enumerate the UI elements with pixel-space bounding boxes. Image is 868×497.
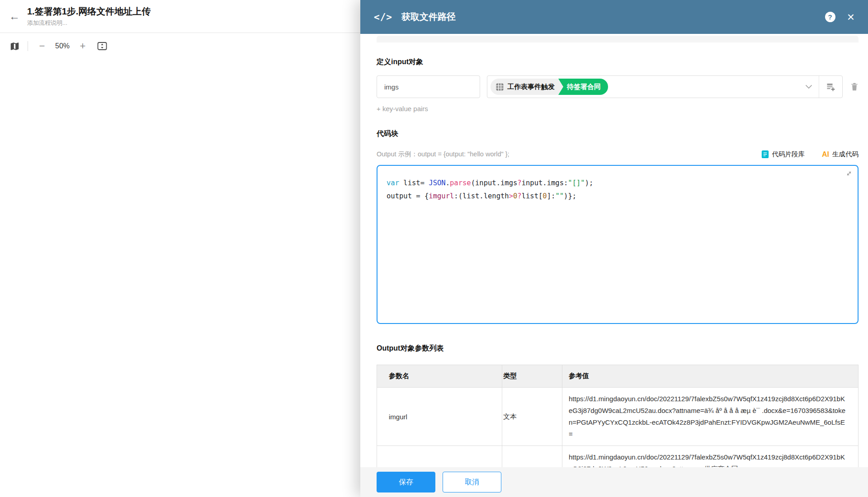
- zoom-out-button[interactable]: −: [36, 40, 48, 52]
- canvas-toolbar: − 50% +: [0, 40, 360, 52]
- workflow-canvas[interactable]: [0, 52, 360, 497]
- code-line: output = {imgurl:(list.length>0?list[0]:…: [387, 190, 849, 203]
- tag-field-label: 待签署合同: [558, 79, 608, 95]
- snippet-doc-icon: [761, 150, 769, 159]
- code-meta-row: Output 示例：output = {output: "hello world…: [377, 150, 859, 159]
- code-editor[interactable]: var list= JSON.parse(input.imgs?input.im…: [377, 165, 859, 324]
- key-value-row: 工作表事件触发 待签署合同: [377, 75, 859, 98]
- cell-value: https://d1.mingdaoyun.cn/doc/20221129/7f…: [562, 388, 859, 446]
- output-example-label: Output 示例：output = {output: "hello world…: [377, 150, 509, 159]
- dialog-footer: 保存 取消: [360, 467, 868, 497]
- save-button[interactable]: 保存: [377, 472, 435, 492]
- trash-icon[interactable]: [850, 82, 859, 91]
- chevron-down-icon[interactable]: [799, 84, 819, 89]
- table-row: imgurl文本https://d1.mingdaoyun.cn/doc/202…: [377, 388, 859, 446]
- fit-to-screen-icon[interactable]: [97, 41, 108, 52]
- dialog-body: 定义input对象 工作表事件触发 待签署合同: [360, 34, 868, 497]
- ai-generate-code-link[interactable]: AI 生成代码: [822, 150, 859, 159]
- toolbar-divider: [28, 41, 28, 51]
- flow-header: ← 1.签署第1步.网络文件地址上传 添加流程说明...: [0, 0, 360, 33]
- code-block-heading: 代码块: [377, 129, 859, 139]
- input-key-field[interactable]: [377, 75, 480, 98]
- code-icon: </>: [374, 12, 392, 23]
- flow-title: 1.签署第1步.网络文件地址上传: [27, 5, 151, 18]
- column-header: 参数名: [377, 365, 502, 388]
- zoom-in-button[interactable]: +: [77, 40, 89, 52]
- tag-source-label: 工作表事件触发: [507, 83, 555, 91]
- code-snippet-library-link[interactable]: 代码片段库: [761, 150, 805, 159]
- close-icon[interactable]: ×: [847, 11, 854, 23]
- ai-icon: AI: [822, 150, 829, 159]
- code-line: var list= JSON.parse(input.imgs?input.im…: [387, 177, 849, 190]
- code-block-dialog: </> 获取文件路径 ? × 定义input对象 工作表事件触发: [360, 0, 868, 497]
- minimap-icon[interactable]: [10, 42, 19, 51]
- column-header: 类型: [502, 365, 562, 388]
- output-params-table: 参数名类型参考值 imgurl文本https://d1.mingdaoyun.c…: [377, 365, 859, 481]
- back-arrow-icon[interactable]: ←: [6, 8, 23, 24]
- cell-name: imgurl: [377, 388, 502, 446]
- flow-canvas-panel: ← 1.签署第1步.网络文件地址上传 添加流程说明... − 50% +: [0, 0, 360, 497]
- output-table-head-row: 参数名类型参考值: [377, 365, 859, 388]
- output-table-body: imgurl文本https://d1.mingdaoyun.cn/doc/202…: [377, 388, 859, 481]
- output-params-heading: Output对象参数列表: [377, 344, 859, 353]
- flow-description-placeholder[interactable]: 添加流程说明...: [27, 19, 151, 27]
- input-object-heading: 定义input对象: [377, 57, 859, 67]
- worksheet-grid-icon: [496, 83, 504, 91]
- tag-arrow: [558, 79, 563, 95]
- input-value-field[interactable]: 工作表事件触发 待签署合同: [487, 75, 843, 98]
- scrolled-section-remnant: [377, 36, 859, 42]
- field-tag[interactable]: 工作表事件触发 待签署合同: [491, 79, 608, 95]
- code-content[interactable]: var list= JSON.parse(input.imgs?input.im…: [387, 177, 849, 203]
- help-icon[interactable]: ?: [825, 12, 835, 22]
- column-header: 参考值: [562, 365, 859, 388]
- dialog-header: </> 获取文件路径 ? ×: [360, 0, 868, 34]
- snippet-library-label: 代码片段库: [772, 150, 805, 159]
- cell-type: 文本: [502, 388, 562, 446]
- zoom-level-label: 50%: [55, 42, 70, 50]
- dialog-title: 获取文件路径: [401, 11, 456, 23]
- add-key-value-link[interactable]: + key-value pairs: [377, 105, 859, 113]
- expand-editor-icon[interactable]: [844, 169, 854, 180]
- dynamic-value-icon[interactable]: [819, 82, 842, 92]
- generate-code-label: 生成代码: [832, 150, 859, 159]
- cancel-button[interactable]: 取消: [443, 472, 501, 492]
